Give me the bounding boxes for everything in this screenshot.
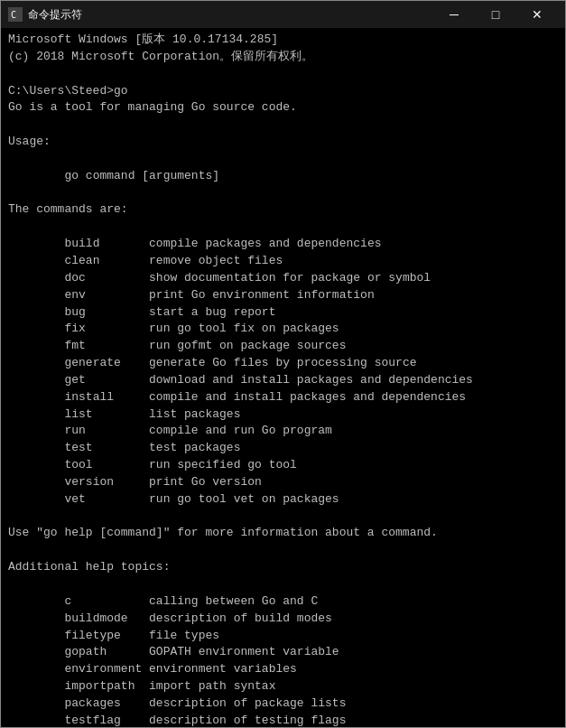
- minimize-button[interactable]: ─: [433, 1, 475, 28]
- maximize-button[interactable]: □: [475, 1, 516, 28]
- window-title: 命令提示符: [28, 7, 82, 23]
- title-bar: C 命令提示符 ─ □ ✕: [1, 1, 565, 28]
- terminal-text: Microsoft Windows [版本 10.0.17134.285] (c…: [8, 32, 558, 727]
- cmd-window: C 命令提示符 ─ □ ✕ Microsoft Windows [版本 10.0…: [0, 0, 566, 728]
- close-button[interactable]: ✕: [516, 1, 558, 28]
- title-bar-left: C 命令提示符: [8, 7, 82, 23]
- terminal-content[interactable]: Microsoft Windows [版本 10.0.17134.285] (c…: [1, 28, 565, 727]
- window-controls: ─ □ ✕: [433, 1, 558, 28]
- cmd-icon: C: [8, 7, 23, 22]
- svg-text:C: C: [11, 10, 16, 20]
